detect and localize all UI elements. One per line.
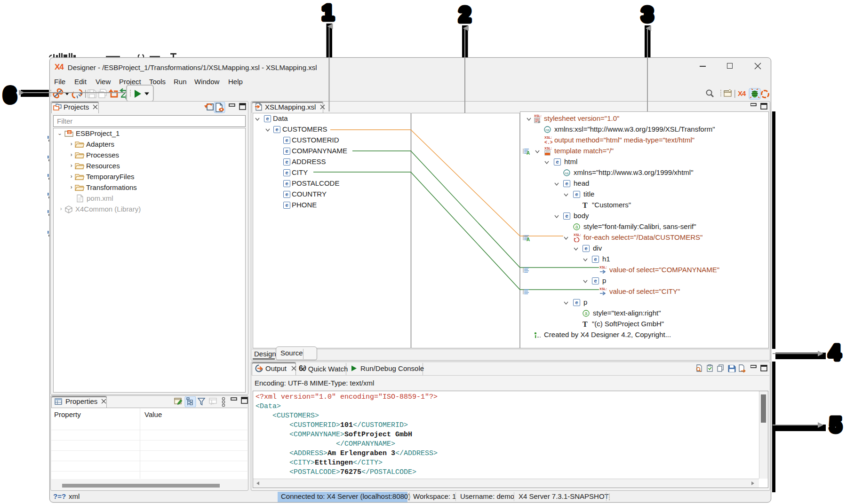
- svg-text:2: 2: [459, 3, 471, 26]
- svg-text:1: 1: [322, 1, 334, 24]
- svg-text:4: 4: [829, 341, 841, 364]
- svg-text:6: 6: [4, 83, 16, 107]
- svg-text:3: 3: [642, 3, 653, 26]
- svg-text:5: 5: [830, 413, 841, 436]
